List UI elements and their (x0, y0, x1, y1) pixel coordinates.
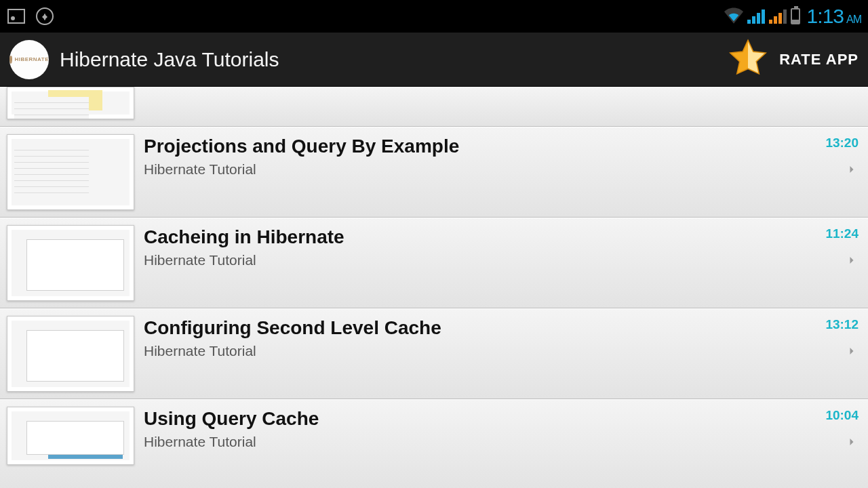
video-thumbnail (7, 407, 134, 465)
tutorial-list[interactable]: Projections and Query By Example Hiberna… (0, 87, 868, 488)
status-notification-area (7, 7, 54, 26)
list-item-subtitle: Hibernate Tutorial (144, 252, 802, 268)
video-thumbnail (7, 316, 134, 392)
clock-ampm: AM (846, 14, 861, 26)
list-item[interactable]: Configuring Second Level Cache Hibernate… (0, 308, 868, 399)
chevron-right-icon (845, 163, 859, 179)
list-item-body: Projections and Query By Example Hiberna… (144, 134, 802, 178)
list-item-right: 13:20 (811, 134, 859, 179)
status-bar: 1:13 AM (0, 0, 868, 33)
rate-app-button[interactable]: RATE APP (726, 37, 859, 83)
chevron-right-icon (845, 435, 859, 451)
duration-label: 13:12 (825, 317, 859, 332)
list-item[interactable]: Projections and Query By Example Hiberna… (0, 127, 868, 218)
video-thumbnail (7, 134, 134, 210)
list-item[interactable] (0, 87, 868, 127)
list-item-subtitle: Hibernate Tutorial (144, 343, 802, 359)
list-item-title: Using Query Cache (144, 408, 802, 430)
star-icon (726, 37, 770, 83)
list-item-body: Cacheing in Hibernate Hibernate Tutorial (144, 225, 802, 268)
status-clock: 1:13 AM (807, 5, 861, 28)
list-item-right: 10:04 (811, 407, 859, 451)
list-item-body: Configuring Second Level Cache Hibernate… (144, 316, 802, 359)
action-bar: HIBERNATE Hibernate Java Tutorials RATE … (0, 33, 868, 87)
duration-label: 11:24 (825, 226, 859, 241)
chevron-right-icon (845, 344, 859, 361)
duration-label: 13:20 (825, 136, 859, 150)
list-item-subtitle: Hibernate Tutorial (144, 434, 802, 450)
list-item-right: 11:24 (811, 225, 859, 270)
list-item-subtitle: Hibernate Tutorial (144, 161, 802, 178)
signal-1-icon (747, 9, 765, 24)
battery-icon (791, 8, 800, 24)
sync-icon (35, 7, 54, 26)
rate-app-label: RATE APP (779, 51, 859, 68)
action-bar-left: HIBERNATE Hibernate Java Tutorials (9, 40, 279, 79)
picture-icon (7, 7, 26, 26)
status-system-area: 1:13 AM (724, 5, 861, 28)
list-item-body: Using Query Cache Hibernate Tutorial (144, 407, 802, 450)
list-item-title: Projections and Query By Example (144, 136, 802, 157)
signal-2-icon (769, 9, 787, 24)
list-item-title: Configuring Second Level Cache (144, 317, 802, 339)
video-thumbnail (7, 87, 134, 119)
app-icon-label: HIBERNATE (14, 56, 49, 62)
chevron-right-icon (845, 253, 859, 270)
wifi-icon (724, 5, 743, 27)
list-item-right (811, 87, 859, 88)
list-item[interactable]: Cacheing in Hibernate Hibernate Tutorial… (0, 218, 868, 308)
duration-label: 10:04 (825, 408, 859, 423)
app-icon[interactable]: HIBERNATE (9, 40, 49, 79)
list-item[interactable]: Using Query Cache Hibernate Tutorial 10:… (0, 399, 868, 488)
list-item-right: 13:12 (811, 316, 859, 361)
page-title: Hibernate Java Tutorials (60, 48, 279, 71)
list-item-title: Cacheing in Hibernate (144, 226, 802, 248)
video-thumbnail (7, 225, 134, 301)
clock-time: 1:13 (807, 5, 844, 28)
list-item-body (144, 87, 802, 88)
